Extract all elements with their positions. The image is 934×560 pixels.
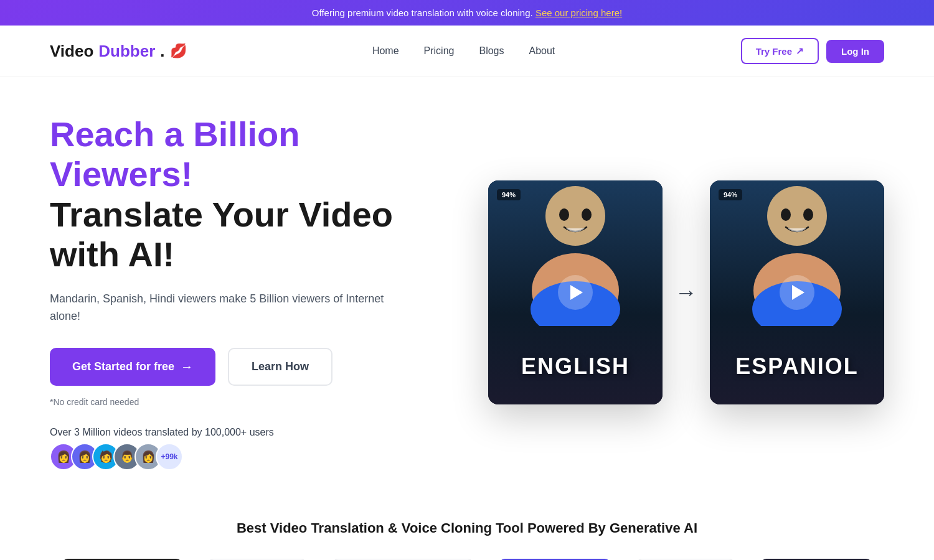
svg-point-0 [545,186,605,246]
video-card-espanol: 94% ESPANIOL [710,180,884,404]
svg-point-5 [767,186,827,246]
hero-left: Reach a Billion Viewers! Translate Your … [50,114,411,470]
users-section: Over 3 Million videos translated by 100,… [50,427,411,470]
pricing-link[interactable]: See our pricing here! [535,7,622,18]
hero-buttons: Get Started for free → Learn How [50,348,411,386]
svg-point-2 [559,208,569,221]
logo-dubber-text: Dubber [98,42,155,61]
video-bg-espanol: 94% ESPANIOL [710,180,884,404]
svg-point-3 [582,208,592,221]
external-link-icon: ↗ [796,45,804,57]
header: VideoDubber. 💋 Home Pricing Blogs About … [0,26,934,77]
espanol-badge: 94% [719,189,742,200]
lips-icon: 💋 [170,43,187,59]
svg-point-8 [803,208,813,221]
play-triangle-espanol [792,285,804,300]
partners-section: Best Video Translation & Voice Cloning T… [0,495,934,560]
get-started-button[interactable]: Get Started for free → [50,348,215,386]
partners-title: Best Video Translation & Voice Cloning T… [50,520,884,536]
video-card-english: 94% ENGLISH [488,180,663,404]
hero-section: Reach a Billion Viewers! Translate Your … [0,77,934,495]
hero-right: 94% ENGLISH → [488,180,884,404]
nav-blogs[interactable]: Blogs [479,45,504,57]
nav-about[interactable]: About [529,45,555,57]
play-triangle-english [570,285,583,300]
video-bg-english: 94% ENGLISH [488,180,663,404]
nav-home[interactable]: Home [372,45,399,57]
hero-subtitle: Mandarin, Spanish, Hindi viewers make 5 … [50,290,411,326]
no-credit-text: *No credit card needed [50,397,411,407]
try-free-label: Try Free [756,46,792,57]
hero-title-reach: Reach a [50,114,193,154]
logo[interactable]: VideoDubber. 💋 [50,42,187,61]
banner-text: Offering premium video translation with … [312,7,533,18]
avatars-group: 👩 👩 🧑 👨 👩 +99k [50,443,411,470]
main-nav: Home Pricing Blogs About [372,45,555,57]
login-button[interactable]: Log In [826,40,884,63]
hero-title: Reach a Billion Viewers! Translate Your … [50,114,411,275]
english-label: ENGLISH [521,353,630,380]
hero-title-translate: Translate Your Video with AI! [50,195,393,274]
english-badge: 94% [497,189,521,200]
logo-video-text: Video [50,42,93,61]
play-button-espanol[interactable] [780,275,814,310]
try-free-button[interactable]: Try Free ↗ [741,38,819,64]
avatar-count-badge: +99k [156,443,183,470]
play-button-english[interactable] [558,275,593,310]
learn-how-button[interactable]: Learn How [228,348,333,386]
header-actions: Try Free ↗ Log In [741,38,884,64]
get-started-label: Get Started for free [72,360,174,373]
arrow-between-videos: → [675,279,697,306]
nav-pricing[interactable]: Pricing [424,45,455,57]
arrow-icon: → [181,360,193,374]
logo-dot: . [160,42,164,61]
svg-point-7 [781,208,791,221]
top-banner: Offering premium video translation with … [0,0,934,26]
espanol-label: ESPANIOL [735,353,858,380]
users-count-text: Over 3 Million videos translated by 100,… [50,427,411,438]
